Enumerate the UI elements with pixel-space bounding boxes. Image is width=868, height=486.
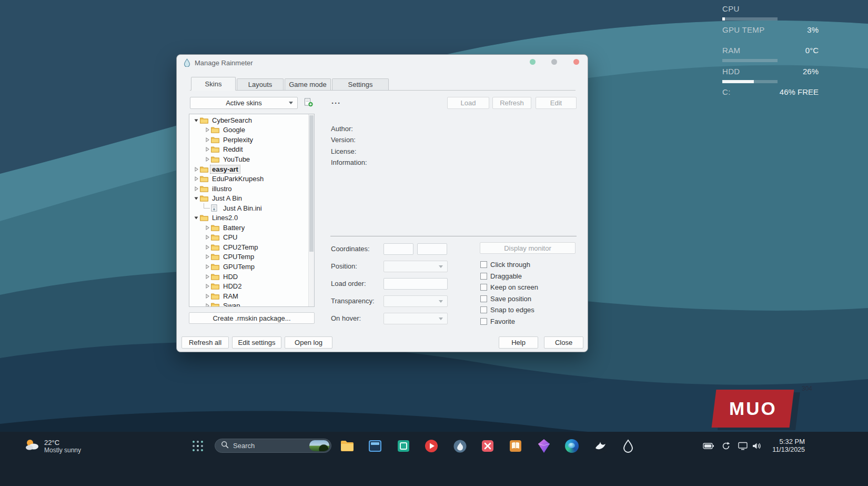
- tree-item-perplexity[interactable]: Perplexity: [189, 135, 314, 145]
- checkbox-click-through[interactable]: Click through: [480, 259, 538, 271]
- gem-app-icon[interactable]: [537, 439, 551, 453]
- tree-item-cpu2temp[interactable]: CPU2Temp: [189, 242, 314, 252]
- close-button[interactable]: Close: [544, 336, 583, 349]
- collapsed-arrow-icon[interactable]: [204, 234, 211, 240]
- checkbox-draggable[interactable]: Draggable: [480, 271, 538, 282]
- refresh-button[interactable]: Refresh: [492, 97, 531, 109]
- expanded-arrow-icon[interactable]: [193, 195, 200, 201]
- tree-scrollbar[interactable]: [308, 114, 314, 306]
- collapsed-arrow-icon[interactable]: [204, 264, 211, 270]
- taskbar-clock[interactable]: 5:32 PM 11/13/2025: [762, 438, 805, 454]
- green-app-icon[interactable]: [396, 439, 411, 453]
- collapsed-arrow-icon[interactable]: [204, 225, 211, 231]
- media-play-app-icon[interactable]: [424, 439, 439, 453]
- collapsed-arrow-icon[interactable]: [204, 127, 211, 133]
- maximize-button[interactable]: [551, 59, 557, 65]
- tree-item-google[interactable]: Google: [189, 125, 314, 135]
- collapsed-arrow-icon[interactable]: [193, 166, 200, 172]
- refresh-all-button[interactable]: Refresh all: [181, 336, 229, 349]
- tree-item-ram[interactable]: RAM: [189, 291, 314, 301]
- tree-item-illustro[interactable]: illustro: [189, 184, 314, 194]
- window-app-icon[interactable]: [368, 439, 382, 453]
- tree-item-youtube[interactable]: YouTube: [189, 154, 314, 164]
- checkbox-box[interactable]: [480, 261, 487, 268]
- window-titlebar[interactable]: Manage Rainmeter: [177, 55, 588, 71]
- red-app-icon[interactable]: [480, 439, 495, 453]
- load-button[interactable]: Load: [447, 97, 489, 109]
- search-highlight-thumbnail[interactable]: [309, 440, 329, 451]
- on-hover-dropdown[interactable]: [383, 313, 448, 324]
- create-rmskin-package-button[interactable]: Create .rmskin package...: [189, 312, 315, 324]
- coordinate-y-input[interactable]: [417, 243, 447, 255]
- more-options-button[interactable]: ···: [329, 97, 343, 109]
- tree-scrollbar-thumb[interactable]: [309, 115, 314, 252]
- book-app-icon[interactable]: [508, 439, 523, 453]
- collapsed-arrow-icon[interactable]: [204, 146, 211, 152]
- tree-item-cpu[interactable]: CPU: [189, 233, 314, 243]
- coordinate-x-input[interactable]: [383, 243, 413, 255]
- collapsed-arrow-icon[interactable]: [204, 156, 211, 162]
- expanded-arrow-icon[interactable]: [193, 117, 200, 123]
- tree-item-easy-art[interactable]: easy-art: [189, 164, 314, 174]
- checkbox-save-position[interactable]: Save position: [480, 293, 538, 305]
- start-button[interactable]: [190, 439, 205, 453]
- checkbox-keep-on-screen[interactable]: Keep on screen: [480, 282, 538, 293]
- minimize-button[interactable]: [530, 59, 536, 65]
- tree-item-just-a-bin[interactable]: Just A Bin: [189, 193, 314, 203]
- open-log-button[interactable]: Open log: [285, 336, 332, 349]
- tree-item-hdd2[interactable]: HDD2: [189, 281, 314, 291]
- collapsed-arrow-icon[interactable]: [193, 176, 200, 182]
- tree-item-just-a-bin-ini[interactable]: Just A Bin.ini: [189, 203, 314, 213]
- help-button[interactable]: Help: [499, 336, 538, 349]
- collapsed-arrow-icon[interactable]: [204, 244, 211, 250]
- tab-skins[interactable]: Skins: [191, 77, 236, 91]
- transparency-dropdown[interactable]: [383, 295, 448, 307]
- eagle-app-icon[interactable]: [593, 439, 608, 453]
- active-skins-dropdown[interactable]: Active skins: [190, 97, 298, 109]
- collapsed-arrow-icon[interactable]: [204, 274, 211, 280]
- skins-tree[interactable]: CyberSearchGooglePerplexityRedditYouTube…: [189, 114, 315, 307]
- load-order-input[interactable]: [383, 278, 448, 290]
- tree-item-gputemp[interactable]: GPUTemp: [189, 262, 314, 272]
- tree-item-eduparkkrupesh[interactable]: EduParkKrupesh: [189, 174, 314, 184]
- position-dropdown[interactable]: [383, 261, 448, 272]
- checkbox-snap-to-edges[interactable]: Snap to edges: [480, 304, 538, 316]
- checkbox-favorite[interactable]: Favorite: [480, 316, 538, 328]
- expanded-arrow-icon[interactable]: [193, 215, 200, 221]
- collapsed-arrow-icon[interactable]: [204, 137, 211, 143]
- tree-item-reddit[interactable]: Reddit: [189, 145, 314, 155]
- collapsed-arrow-icon[interactable]: [193, 186, 200, 192]
- tree-item-hdd[interactable]: HDD: [189, 272, 314, 282]
- collapsed-arrow-icon[interactable]: [204, 283, 211, 289]
- battery-icon[interactable]: [703, 442, 714, 450]
- tab-settings[interactable]: Settings: [332, 78, 389, 90]
- tree-item-cybersearch[interactable]: CyberSearch: [189, 115, 314, 125]
- checkbox-box[interactable]: [480, 295, 487, 302]
- add-skin-icon[interactable]: [304, 98, 313, 107]
- collapsed-arrow-icon[interactable]: [204, 303, 211, 307]
- edit-settings-button[interactable]: Edit settings: [232, 336, 281, 349]
- volume-icon[interactable]: [752, 442, 762, 450]
- display-icon[interactable]: [738, 442, 748, 451]
- sync-icon[interactable]: [721, 441, 731, 451]
- tab-game-mode[interactable]: Game mode: [285, 78, 331, 90]
- edge-browser-icon[interactable]: [564, 439, 579, 453]
- checkbox-box[interactable]: [480, 318, 487, 325]
- collapsed-arrow-icon[interactable]: [204, 293, 211, 299]
- tree-item-swap[interactable]: Swap: [189, 301, 314, 307]
- search-box[interactable]: Search: [215, 439, 331, 453]
- tree-item-lines2-0[interactable]: Lines2.0: [189, 213, 314, 223]
- folder-app-icon[interactable]: [340, 439, 355, 453]
- edit-button[interactable]: Edit: [536, 97, 577, 109]
- collapsed-arrow-icon[interactable]: [204, 254, 211, 260]
- display-monitor-button[interactable]: Display monitor: [480, 242, 576, 254]
- blue-app-icon[interactable]: [452, 439, 467, 453]
- checkbox-box[interactable]: [480, 273, 487, 280]
- weather-widget[interactable]: 22°C Mostly sunny: [24, 438, 81, 454]
- tree-item-cputemp[interactable]: CPUTemp: [189, 252, 314, 262]
- close-window-button[interactable]: [573, 59, 579, 65]
- rainmeter-taskbar-icon[interactable]: [621, 439, 635, 453]
- tab-layouts[interactable]: Layouts: [237, 78, 284, 90]
- checkbox-box[interactable]: [480, 306, 487, 313]
- checkbox-box[interactable]: [480, 284, 487, 291]
